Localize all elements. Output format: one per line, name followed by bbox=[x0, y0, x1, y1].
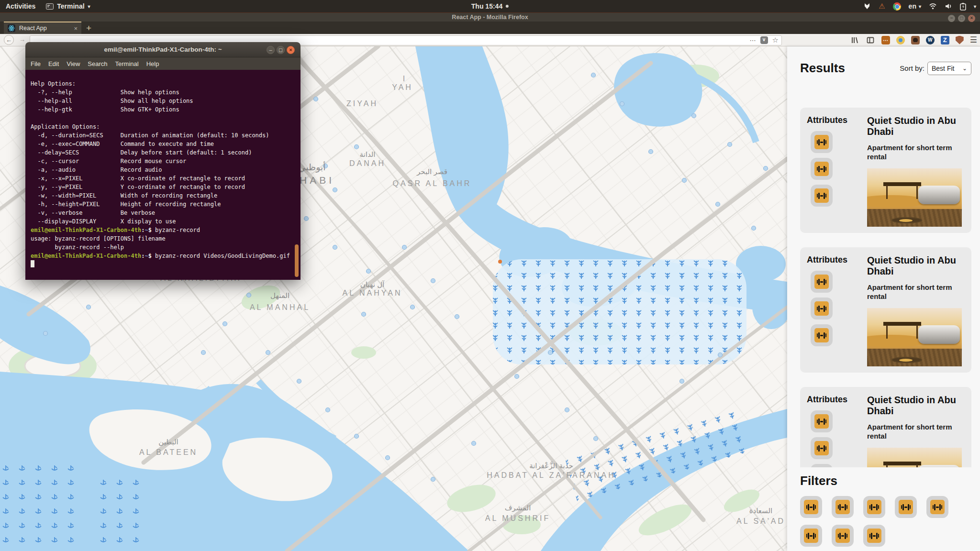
menu-icon[interactable]: ☰ bbox=[970, 35, 977, 45]
attribute-button[interactable] bbox=[811, 464, 833, 467]
map-label-ar: قصر البحر bbox=[416, 167, 447, 176]
system-menu-caret-icon[interactable]: ▾ bbox=[974, 4, 976, 9]
sidebar-toggle-icon[interactable] bbox=[866, 35, 875, 45]
poi-dot-icon bbox=[594, 437, 598, 441]
amber-icon-tile bbox=[814, 162, 829, 176]
result-card[interactable]: AttributesQuiet Studio in Abu DhabiApart… bbox=[800, 247, 971, 373]
extension-w-icon[interactable]: W bbox=[926, 36, 935, 44]
terminal-menu-search[interactable]: Search bbox=[88, 60, 107, 67]
amber-icon-tile bbox=[867, 529, 881, 543]
filter-button[interactable] bbox=[800, 525, 822, 547]
photo-pergola bbox=[883, 462, 921, 466]
amber-icon-tile bbox=[814, 441, 829, 455]
tab-react-app[interactable]: React App × bbox=[4, 22, 81, 34]
attribute-button[interactable] bbox=[811, 410, 833, 432]
minimize-button[interactable]: – bbox=[948, 15, 955, 22]
firefox-titlebar: React App - Mozilla Firefox bbox=[0, 13, 980, 22]
pocket-icon[interactable]: v bbox=[760, 36, 768, 44]
sort-select[interactable]: Best Fit ⌄ bbox=[927, 62, 971, 75]
tab-close-icon[interactable]: × bbox=[74, 25, 78, 32]
page-actions-icon[interactable]: ⋯ bbox=[750, 37, 756, 44]
attribute-button[interactable] bbox=[811, 185, 833, 207]
map-label: AL MUSHRIF bbox=[485, 514, 550, 522]
filter-button[interactable] bbox=[832, 525, 854, 547]
terminal-content[interactable]: Help Options: -?, --help Show help optio… bbox=[25, 70, 301, 280]
poi-dot-icon bbox=[411, 305, 415, 309]
attribute-button[interactable] bbox=[811, 271, 833, 293]
extension-dots-icon[interactable]: ⋯ bbox=[881, 36, 890, 44]
clock[interactable]: Thu 15:44 bbox=[471, 2, 509, 10]
maximize-button[interactable]: □ bbox=[958, 15, 965, 22]
attribute-button[interactable] bbox=[811, 131, 833, 153]
tray-app-icon[interactable] bbox=[863, 2, 871, 10]
amber-icon-tile bbox=[867, 500, 881, 514]
battery-icon[interactable] bbox=[960, 2, 966, 11]
dumbbell-icon bbox=[933, 504, 942, 510]
back-button[interactable]: ← bbox=[4, 35, 14, 45]
warning-icon[interactable]: ⚠ bbox=[879, 2, 885, 11]
app-menu[interactable]: Terminal ▾ bbox=[46, 2, 90, 10]
dumbbell-icon bbox=[817, 306, 826, 312]
close-button[interactable]: × bbox=[968, 15, 975, 22]
terminal-titlebar[interactable]: emil@emil-ThinkPad-X1-Carbon-4th: ~ – ◻ … bbox=[25, 42, 301, 57]
firefox-tab-bar: React App × + bbox=[0, 22, 980, 34]
language-indicator[interactable]: en ▾ bbox=[909, 2, 921, 10]
attribute-button[interactable] bbox=[811, 298, 833, 320]
map-label: AL SA'AD bbox=[736, 517, 785, 525]
dumbbell-icon bbox=[869, 504, 879, 510]
dumbbell-icon bbox=[838, 504, 847, 510]
photo-post2 bbox=[916, 185, 918, 199]
bookmark-star-icon[interactable]: ☆ bbox=[772, 36, 779, 44]
terminal-menu-terminal[interactable]: Terminal bbox=[115, 60, 139, 67]
shield-extension-icon[interactable] bbox=[956, 36, 964, 44]
library-icon[interactable] bbox=[850, 35, 859, 45]
extension-paw-icon[interactable] bbox=[911, 36, 920, 44]
poi-dot-icon bbox=[431, 477, 435, 482]
filter-button[interactable] bbox=[800, 496, 822, 518]
volume-icon[interactable] bbox=[945, 3, 952, 10]
attribute-button[interactable] bbox=[811, 158, 833, 180]
terminal-menu-help[interactable]: Help bbox=[146, 60, 159, 67]
listing-photo bbox=[867, 308, 962, 366]
maximize-button[interactable]: ◻ bbox=[277, 46, 285, 54]
terminal-scrollbar-thumb[interactable] bbox=[295, 244, 299, 277]
filter-button[interactable] bbox=[863, 496, 885, 518]
poi-dot-icon bbox=[87, 305, 91, 309]
firefox-toolbar-icons: ⋯ W Z ☰ bbox=[850, 35, 977, 45]
map-label: I bbox=[403, 75, 407, 83]
new-tab-button[interactable]: + bbox=[86, 22, 91, 34]
filter-button[interactable] bbox=[863, 525, 885, 547]
filters-row bbox=[800, 496, 948, 518]
poi-dot-icon bbox=[591, 73, 596, 77]
terminal-menu-file[interactable]: File bbox=[31, 60, 41, 67]
dumbbell-icon bbox=[817, 279, 826, 285]
terminal-prompt-line: emil@emil-ThinkPad-X1-Carbon-4th:~$ byza… bbox=[31, 226, 301, 234]
terminal-menu-view[interactable]: View bbox=[67, 60, 80, 67]
activities-button[interactable]: Activities bbox=[6, 2, 35, 10]
filter-button[interactable] bbox=[926, 496, 948, 518]
photo-post2 bbox=[916, 325, 918, 339]
filter-button[interactable] bbox=[832, 496, 854, 518]
close-button[interactable]: × bbox=[287, 46, 295, 54]
listing-subtitle: Apartment for short term rental bbox=[867, 283, 965, 301]
map-label: HADBAT AL ZA'FARANAH bbox=[487, 471, 615, 479]
wifi-icon[interactable] bbox=[929, 3, 937, 10]
poi-dot-icon bbox=[333, 245, 337, 250]
extension-z-icon[interactable]: Z bbox=[941, 36, 949, 44]
amber-icon-tile bbox=[814, 275, 829, 289]
clock-label: Thu 15:44 bbox=[471, 2, 502, 10]
chrome-tray-icon[interactable] bbox=[893, 2, 901, 11]
result-card[interactable]: AttributesQuiet Studio in Abu DhabiApart… bbox=[800, 387, 971, 467]
minimize-button[interactable]: – bbox=[267, 46, 275, 54]
extension-globe-icon[interactable] bbox=[896, 36, 905, 44]
attribute-button[interactable] bbox=[811, 324, 833, 346]
dumbbell-icon bbox=[838, 533, 847, 539]
filter-button[interactable] bbox=[895, 496, 917, 518]
attributes-heading: Attributes bbox=[807, 115, 860, 125]
attribute-button[interactable] bbox=[811, 437, 833, 459]
caret-down-icon: ▾ bbox=[88, 4, 90, 9]
terminal-menu-edit[interactable]: Edit bbox=[48, 60, 59, 67]
amber-icon-tile bbox=[899, 500, 913, 514]
react-favicon bbox=[8, 24, 15, 32]
result-card[interactable]: AttributesQuiet Studio in Abu DhabiApart… bbox=[800, 108, 971, 233]
